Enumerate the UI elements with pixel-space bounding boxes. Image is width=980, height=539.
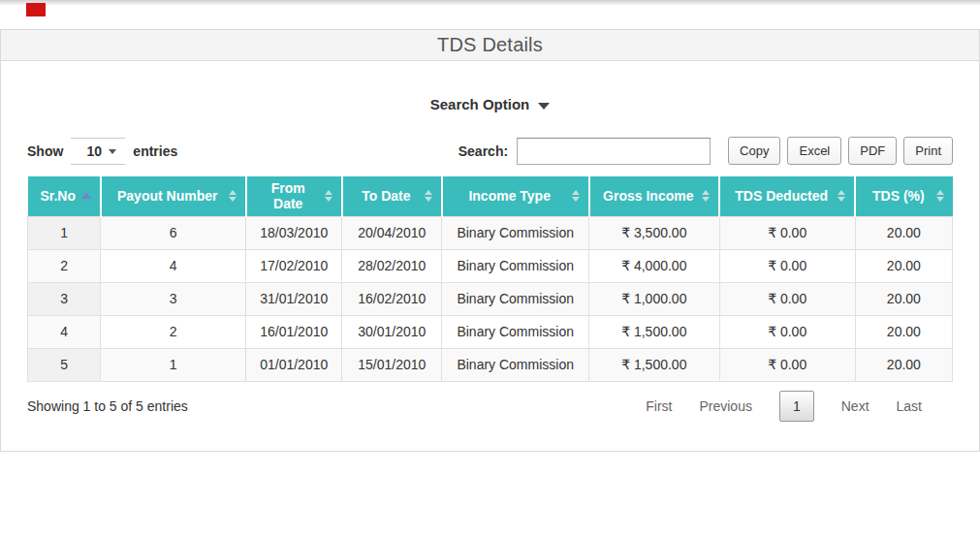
cell-to-date: 20/04/2010 xyxy=(342,216,442,249)
cell-payout-number: 4 xyxy=(101,249,246,282)
column-header-to-date[interactable]: To Date xyxy=(342,176,442,216)
search-label: Search: xyxy=(458,143,508,159)
table-footer: Showing 1 to 5 of 5 entries First Previo… xyxy=(27,391,953,422)
pagination: First Previous 1 Next Last xyxy=(646,391,953,422)
search-input[interactable] xyxy=(517,138,711,165)
entries-info: Showing 1 to 5 of 5 entries xyxy=(27,398,188,414)
sort-both-icon xyxy=(425,190,432,202)
cell-sr-no: 1 xyxy=(28,216,101,249)
sort-both-icon xyxy=(572,190,580,202)
pagination-first-button[interactable]: First xyxy=(646,398,672,414)
cell-income-type: Binary Commission xyxy=(442,249,589,282)
column-label: TDS (%) xyxy=(872,188,925,204)
table-body: 1618/03/201020/04/2010Binary Commission₹… xyxy=(28,216,953,381)
cell-to-date: 28/02/2010 xyxy=(342,249,442,282)
cell-tds-deducted: ₹ 0.00 xyxy=(719,249,855,282)
search-option-toggle[interactable]: Search Option xyxy=(430,96,551,112)
pagination-next-button[interactable]: Next xyxy=(841,398,869,414)
cell-from-date: 31/01/2010 xyxy=(246,282,342,315)
export-button-group: CopyExcelPDFPrint xyxy=(721,137,953,165)
excel-button[interactable]: Excel xyxy=(787,137,841,165)
cell-sr-no: 3 xyxy=(28,282,101,315)
table-controls-row: Show 10 entries Search: CopyExcelPDFPrin… xyxy=(27,137,953,165)
print-button[interactable]: Print xyxy=(903,137,953,165)
cell-gross-income: ₹ 4,000.00 xyxy=(589,249,720,282)
column-header-sr-no[interactable]: Sr.No xyxy=(28,176,101,216)
cell-to-date: 30/01/2010 xyxy=(342,315,442,348)
cell-tds: 20.00 xyxy=(855,249,952,282)
sort-both-icon xyxy=(229,190,237,202)
column-label: Income Type xyxy=(468,188,551,204)
table-row: 4216/01/201030/01/2010Binary Commission₹… xyxy=(28,315,953,348)
cell-tds-deducted: ₹ 0.00 xyxy=(719,348,855,381)
tds-details-panel: TDS Details Search Option Show 10 entrie… xyxy=(0,29,980,452)
cell-income-type: Binary Commission xyxy=(442,216,589,249)
cell-income-type: Binary Commission xyxy=(442,282,589,315)
table-row: 1618/03/201020/04/2010Binary Commission₹… xyxy=(28,216,953,249)
pdf-button[interactable]: PDF xyxy=(848,137,897,165)
cell-gross-income: ₹ 3,500.00 xyxy=(589,216,720,249)
column-label: From Date xyxy=(271,180,305,211)
table-row: 5101/01/201015/01/2010Binary Commission₹… xyxy=(28,348,953,381)
cell-sr-no: 2 xyxy=(28,249,101,282)
table-header: Sr.NoPayout NumberFrom DateTo DateIncome… xyxy=(28,176,953,216)
cell-tds-deducted: ₹ 0.00 xyxy=(719,216,855,249)
cell-income-type: Binary Commission xyxy=(442,315,589,348)
sort-both-icon xyxy=(325,190,332,202)
cell-tds: 20.00 xyxy=(855,315,952,348)
panel-header: TDS Details xyxy=(1,30,979,61)
search-option-section: Search Option xyxy=(27,96,953,113)
column-label: Payout Number xyxy=(117,188,217,204)
cell-sr-no: 4 xyxy=(28,315,101,348)
cell-payout-number: 6 xyxy=(101,216,246,249)
cell-from-date: 16/01/2010 xyxy=(246,315,342,348)
cell-tds: 20.00 xyxy=(855,216,952,249)
cell-from-date: 17/02/2010 xyxy=(246,249,342,282)
panel-body: Search Option Show 10 entries Search: Co… xyxy=(1,61,979,451)
cell-payout-number: 3 xyxy=(101,282,246,315)
pagination-current-page-button[interactable]: 1 xyxy=(779,391,814,422)
cell-to-date: 15/01/2010 xyxy=(342,348,442,381)
column-header-tds-deducted[interactable]: TDS Deducted xyxy=(719,176,855,216)
sort-both-icon xyxy=(702,190,710,202)
sort-both-icon xyxy=(936,190,944,202)
copy-button[interactable]: Copy xyxy=(728,137,780,165)
column-label: Gross Income xyxy=(603,188,693,204)
page-length-select[interactable]: 10 xyxy=(71,138,125,165)
table-row: 2417/02/201028/02/2010Binary Commission₹… xyxy=(28,249,953,282)
entries-label: entries xyxy=(133,143,177,159)
pagination-last-button[interactable]: Last xyxy=(897,398,922,414)
column-label: To Date xyxy=(362,188,410,204)
sort-both-icon xyxy=(838,190,845,202)
cell-tds: 20.00 xyxy=(855,348,952,381)
search-and-export: Search: CopyExcelPDFPrint xyxy=(458,137,953,165)
column-header-payout-number[interactable]: Payout Number xyxy=(101,176,246,216)
cell-payout-number: 1 xyxy=(101,348,246,381)
cell-tds-deducted: ₹ 0.00 xyxy=(719,315,855,348)
top-left-red-marker xyxy=(26,3,46,16)
cell-gross-income: ₹ 1,500.00 xyxy=(589,315,720,348)
cell-gross-income: ₹ 1,500.00 xyxy=(589,348,720,381)
cell-tds: 20.00 xyxy=(855,282,952,315)
cell-to-date: 16/02/2010 xyxy=(342,282,442,315)
cell-from-date: 01/01/2010 xyxy=(246,348,342,381)
column-header-from-date[interactable]: From Date xyxy=(246,176,342,216)
page-length-control: Show 10 entries xyxy=(27,138,177,165)
column-header-income-type[interactable]: Income Type xyxy=(442,176,589,216)
cell-sr-no: 5 xyxy=(28,348,101,381)
tds-table: Sr.NoPayout NumberFrom DateTo DateIncome… xyxy=(27,176,953,382)
column-label: TDS Deducted xyxy=(735,188,828,204)
cell-income-type: Binary Commission xyxy=(442,348,589,381)
top-border-strip xyxy=(0,0,980,5)
pagination-previous-button[interactable]: Previous xyxy=(699,398,751,414)
column-label: Sr.No xyxy=(40,188,76,204)
cell-payout-number: 2 xyxy=(101,315,246,348)
table-row: 3331/01/201016/02/2010Binary Commission₹… xyxy=(28,282,953,315)
column-header-tds[interactable]: TDS (%) xyxy=(855,176,952,216)
page-title: TDS Details xyxy=(437,34,543,56)
cell-gross-income: ₹ 1,000.00 xyxy=(589,282,720,315)
page-length-select-wrap: 10 xyxy=(71,138,125,165)
column-header-gross-income[interactable]: Gross Income xyxy=(589,176,720,216)
search-option-label: Search Option xyxy=(430,96,530,112)
cell-from-date: 18/03/2010 xyxy=(246,216,342,249)
